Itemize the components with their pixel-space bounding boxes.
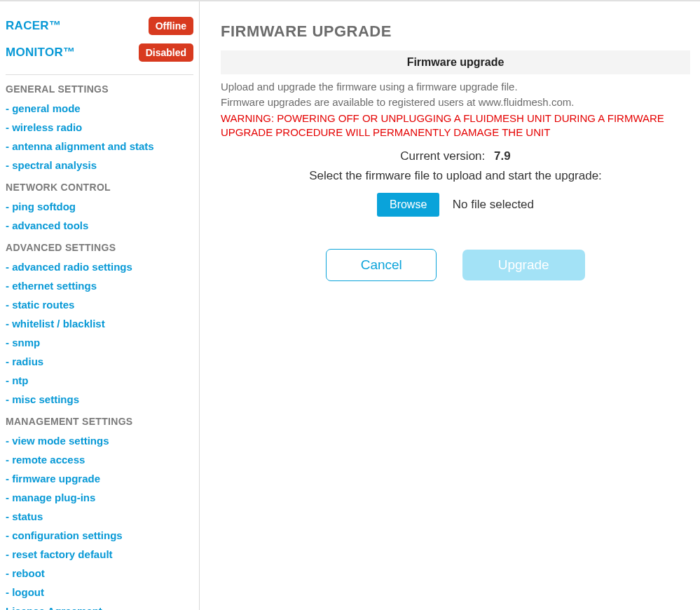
nav-item[interactable]: - antenna alignment and stats: [6, 137, 193, 156]
file-row: Browse No file selected: [221, 193, 690, 217]
nav-item[interactable]: - radius: [6, 352, 193, 371]
upgrade-button[interactable]: Upgrade: [462, 250, 585, 280]
browse-button[interactable]: Browse: [377, 193, 439, 217]
nav-list: - general mode- wireless radio- antenna …: [6, 99, 193, 175]
nav-item[interactable]: - whitelist / blacklist: [6, 314, 193, 333]
version-label: Current version:: [400, 149, 485, 163]
nav-item[interactable]: - advanced tools: [6, 216, 193, 235]
section-header: ADVANCED SETTINGS: [6, 242, 193, 253]
button-row: Cancel Upgrade: [221, 249, 690, 281]
nav-item[interactable]: - remote access: [6, 450, 193, 469]
nav-list: - ping softdog- advanced tools: [6, 197, 193, 235]
desc-line-2: Firmware upgrades are available to regis…: [221, 95, 690, 109]
badge-disabled: Disabled: [139, 43, 193, 62]
nav-item[interactable]: - view mode settings: [6, 431, 193, 450]
nav-item[interactable]: - configuration settings: [6, 526, 193, 545]
status-row-racer: RACER™ Offline: [6, 14, 193, 43]
nav-item[interactable]: - static routes: [6, 295, 193, 314]
nav-item[interactable]: - ping softdog: [6, 197, 193, 216]
page-title: FIRMWARE UPGRADE: [221, 22, 690, 41]
sidebar-divider: [6, 74, 193, 75]
nav-item[interactable]: - ethernet settings: [6, 276, 193, 295]
nav-item[interactable]: License Agreement: [6, 602, 193, 610]
warning-text: WARNING: POWERING OFF OR UNPLUGGING A FL…: [221, 111, 690, 140]
nav-list: - advanced radio settings- ethernet sett…: [6, 257, 193, 409]
nav-item[interactable]: - manage plug-ins: [6, 488, 193, 507]
nav-item[interactable]: - spectral analysis: [6, 156, 193, 175]
sidebar: RACER™ Offline MONITOR™ Disabled GENERAL…: [0, 1, 200, 610]
brand-racer[interactable]: RACER™: [6, 19, 61, 33]
nav-item[interactable]: - logout: [6, 583, 193, 602]
nav-list: - view mode settings- remote access- fir…: [6, 431, 193, 610]
nav-item[interactable]: - advanced radio settings: [6, 257, 193, 276]
file-status: No file selected: [443, 198, 534, 211]
nav-item[interactable]: - firmware upgrade: [6, 469, 193, 488]
version-value: 7.9: [488, 149, 511, 163]
section-header: NETWORK CONTROL: [6, 182, 193, 193]
panel-title: Firmware upgrade: [221, 50, 690, 74]
desc-line-1: Upload and upgrade the firmware using a …: [221, 80, 690, 94]
nav-item[interactable]: - general mode: [6, 99, 193, 118]
nav-item[interactable]: - reset factory default: [6, 545, 193, 564]
nav-item[interactable]: - misc settings: [6, 390, 193, 409]
nav-item[interactable]: - wireless radio: [6, 118, 193, 137]
nav-item[interactable]: - reboot: [6, 564, 193, 583]
nav-item[interactable]: - snmp: [6, 333, 193, 352]
status-row-monitor: MONITOR™ Disabled: [6, 43, 193, 72]
section-header: GENERAL SETTINGS: [6, 83, 193, 95]
nav-item[interactable]: - status: [6, 507, 193, 526]
version-row: Current version: 7.9: [221, 149, 690, 163]
cancel-button[interactable]: Cancel: [326, 249, 437, 281]
main-content: FIRMWARE UPGRADE Firmware upgrade Upload…: [200, 1, 700, 610]
select-file-text: Select the firmware file to upload and s…: [221, 169, 690, 183]
nav-item[interactable]: - ntp: [6, 371, 193, 390]
section-header: MANAGEMENT SETTINGS: [6, 416, 193, 427]
brand-monitor[interactable]: MONITOR™: [6, 46, 75, 60]
badge-offline: Offline: [149, 17, 193, 35]
